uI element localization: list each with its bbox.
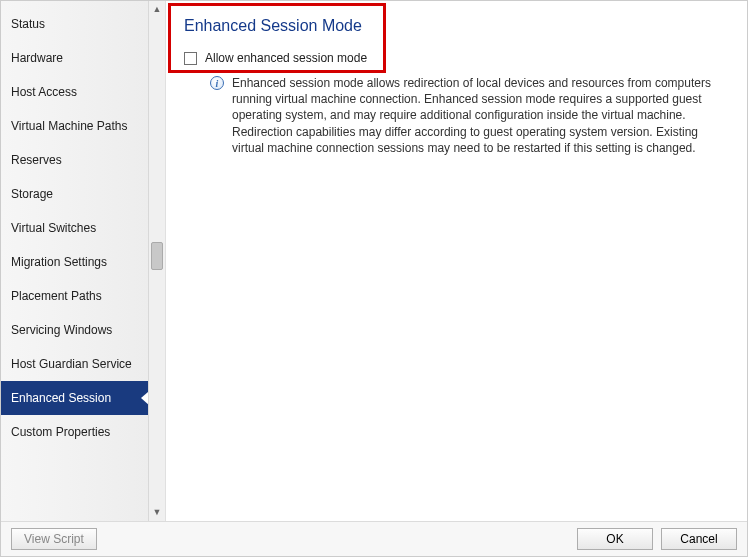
- scroll-track[interactable]: [149, 18, 165, 504]
- info-row: i Enhanced session mode allows redirecti…: [178, 73, 731, 156]
- sidebar-item-label: Virtual Switches: [11, 221, 96, 235]
- sidebar-item-placement-paths[interactable]: Placement Paths: [1, 279, 148, 313]
- dialog-footer: View Script OK Cancel: [1, 521, 747, 556]
- scroll-thumb[interactable]: [151, 242, 163, 270]
- scroll-down-arrow-icon[interactable]: ▼: [153, 504, 162, 521]
- allow-enhanced-session-row[interactable]: Allow enhanced session mode: [178, 51, 731, 73]
- sidebar-item-label: Servicing Windows: [11, 323, 112, 337]
- info-icon: i: [210, 76, 224, 90]
- sidebar-item-servicing-windows[interactable]: Servicing Windows: [1, 313, 148, 347]
- sidebar-item-enhanced-session[interactable]: Enhanced Session: [1, 381, 148, 415]
- sidebar-item-virtual-machine-paths[interactable]: Virtual Machine Paths: [1, 109, 148, 143]
- sidebar-item-label: Virtual Machine Paths: [11, 119, 128, 133]
- sidebar-item-reserves[interactable]: Reserves: [1, 143, 148, 177]
- sidebar-item-label: Enhanced Session: [11, 391, 111, 405]
- sidebar-container: StatusHardwareHost AccessVirtual Machine…: [1, 1, 166, 521]
- sidebar-item-label: Storage: [11, 187, 53, 201]
- sidebar-item-label: Reserves: [11, 153, 62, 167]
- sidebar-item-host-access[interactable]: Host Access: [1, 75, 148, 109]
- section-heading: Enhanced Session Mode: [178, 13, 731, 51]
- sidebar-item-custom-properties[interactable]: Custom Properties: [1, 415, 148, 449]
- sidebar-item-label: Host Access: [11, 85, 77, 99]
- settings-dialog: StatusHardwareHost AccessVirtual Machine…: [0, 0, 748, 557]
- sidebar-item-label: Hardware: [11, 51, 63, 65]
- sidebar-item-status[interactable]: Status: [1, 7, 148, 41]
- sidebar-item-storage[interactable]: Storage: [1, 177, 148, 211]
- sidebar-item-host-guardian-service[interactable]: Host Guardian Service: [1, 347, 148, 381]
- sidebar-item-virtual-switches[interactable]: Virtual Switches: [1, 211, 148, 245]
- dialog-body: StatusHardwareHost AccessVirtual Machine…: [1, 1, 747, 521]
- content-pane: Enhanced Session Mode Allow enhanced ses…: [166, 1, 747, 521]
- allow-enhanced-session-checkbox[interactable]: [184, 52, 197, 65]
- sidebar-item-hardware[interactable]: Hardware: [1, 41, 148, 75]
- sidebar-item-label: Host Guardian Service: [11, 357, 132, 371]
- allow-enhanced-session-label: Allow enhanced session mode: [205, 51, 367, 65]
- sidebar-item-label: Custom Properties: [11, 425, 110, 439]
- sidebar-item-migration-settings[interactable]: Migration Settings: [1, 245, 148, 279]
- sidebar-item-label: Placement Paths: [11, 289, 102, 303]
- sidebar-item-label: Status: [11, 17, 45, 31]
- ok-button[interactable]: OK: [577, 528, 653, 550]
- sidebar-item-label: Migration Settings: [11, 255, 107, 269]
- view-script-button[interactable]: View Script: [11, 528, 97, 550]
- sidebar-scrollbar[interactable]: ▲ ▼: [148, 1, 165, 521]
- scroll-up-arrow-icon[interactable]: ▲: [153, 1, 162, 18]
- info-text: Enhanced session mode allows redirection…: [232, 75, 723, 156]
- cancel-button[interactable]: Cancel: [661, 528, 737, 550]
- sidebar: StatusHardwareHost AccessVirtual Machine…: [1, 1, 148, 521]
